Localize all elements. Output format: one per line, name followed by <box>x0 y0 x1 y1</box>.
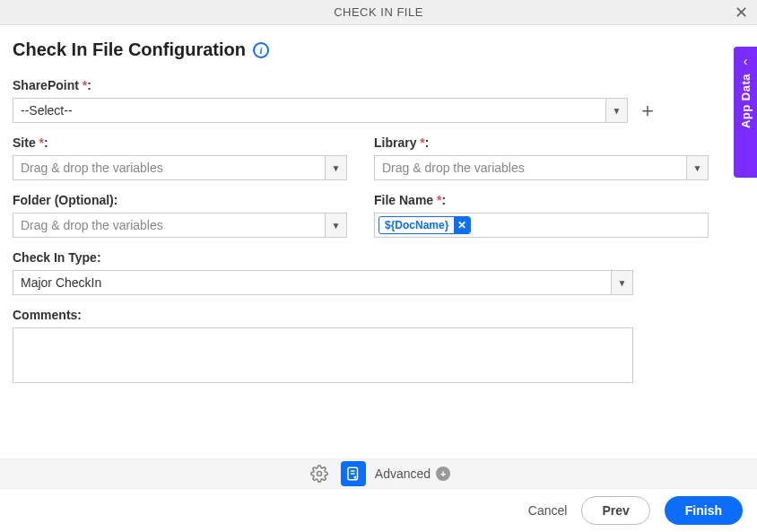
sharepoint-label-text: SharePoint <box>13 78 79 92</box>
dialog-title: CHECK IN FILE <box>334 5 423 19</box>
folder-label: Folder (Optional): <box>13 193 347 207</box>
site-label-text: Site <box>13 135 36 150</box>
close-icon[interactable]: ✕ <box>732 4 750 22</box>
site-placeholder: Drag & drop the variables <box>13 156 325 179</box>
filename-label: File Name *: <box>374 193 709 207</box>
plus-circle-icon: + <box>436 467 450 481</box>
library-label: Library *: <box>374 135 709 150</box>
svg-point-0 <box>317 472 321 476</box>
dropdown-arrow-icon[interactable]: ▼ <box>325 214 346 237</box>
add-sharepoint-button[interactable]: ＋ <box>637 100 658 120</box>
page-title: Check In File Configuration <box>13 39 246 60</box>
required-marker: * <box>437 193 441 207</box>
folder-placeholder: Drag & drop the variables <box>13 214 325 237</box>
comments-label: Comments: <box>13 308 633 322</box>
filename-input[interactable]: ${DocName} ✕ <box>374 213 709 238</box>
filename-label-text: File Name <box>374 193 433 207</box>
folder-select[interactable]: Drag & drop the variables ▼ <box>13 213 347 238</box>
sharepoint-value: --Select-- <box>13 99 605 122</box>
variable-tag: ${DocName} ✕ <box>378 216 471 234</box>
info-icon[interactable]: i <box>253 42 269 58</box>
remove-tag-icon[interactable]: ✕ <box>454 217 470 233</box>
dropdown-arrow-icon[interactable]: ▼ <box>605 99 627 122</box>
advanced-toggle[interactable]: Advanced + <box>375 467 450 481</box>
library-select[interactable]: Drag & drop the variables ▼ <box>374 155 709 180</box>
footer: Cancel Prev Finish <box>0 489 757 532</box>
form-config-icon[interactable] <box>341 461 366 486</box>
dropdown-arrow-icon[interactable]: ▼ <box>325 156 346 179</box>
dialog-header: CHECK IN FILE ✕ <box>0 0 757 25</box>
page-title-row: Check In File Configuration i <box>13 39 744 60</box>
variable-tag-text: ${DocName} <box>379 219 454 231</box>
chevron-left-icon: ‹ <box>744 54 748 68</box>
library-label-text: Library <box>374 135 416 150</box>
content-area: Check In File Configuration i SharePoint… <box>0 25 757 398</box>
dropdown-arrow-icon[interactable]: ▼ <box>686 156 708 179</box>
required-marker: * <box>83 78 87 92</box>
sharepoint-select[interactable]: --Select-- ▼ <box>13 98 628 123</box>
checkintype-value: Major CheckIn <box>13 271 611 294</box>
dropdown-arrow-icon[interactable]: ▼ <box>611 271 632 294</box>
library-placeholder: Drag & drop the variables <box>375 156 686 179</box>
sharepoint-label: SharePoint *: <box>13 78 744 92</box>
required-marker: * <box>39 135 44 150</box>
site-select[interactable]: Drag & drop the variables ▼ <box>13 155 347 180</box>
site-label: Site *: <box>13 135 347 150</box>
cancel-button[interactable]: Cancel <box>528 503 568 518</box>
required-marker: * <box>420 135 424 150</box>
settings-icon[interactable] <box>307 461 332 486</box>
checkintype-select[interactable]: Major CheckIn ▼ <box>13 270 633 295</box>
prev-button[interactable]: Prev <box>581 496 649 525</box>
bottom-toolbar: Advanced + <box>0 458 757 489</box>
side-tab-label: App Data <box>739 74 753 128</box>
app-data-side-tab[interactable]: ‹ App Data <box>734 47 757 178</box>
checkintype-label: Check In Type: <box>13 250 633 265</box>
comments-textarea[interactable] <box>13 327 633 383</box>
advanced-label: Advanced <box>375 467 431 481</box>
finish-button[interactable]: Finish <box>665 496 743 525</box>
